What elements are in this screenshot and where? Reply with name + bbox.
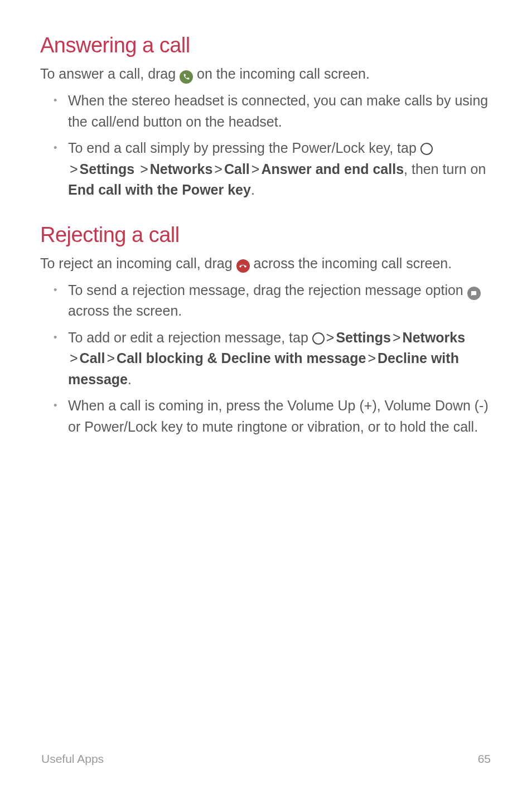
chevron-right-icon: > xyxy=(140,161,148,177)
text: across the screen. xyxy=(68,303,182,318)
heading-answering: Answering a call xyxy=(40,33,492,57)
nav-call: Call xyxy=(80,350,105,366)
bullet-reject-msg: To send a rejection message, drag the re… xyxy=(57,280,492,322)
heading-rejecting: Rejecting a call xyxy=(40,223,492,247)
chevron-right-icon: > xyxy=(326,330,335,345)
text: . xyxy=(251,182,255,197)
bullet-mute: When a call is coming in, press the Volu… xyxy=(57,395,492,437)
text: , then turn on xyxy=(404,161,486,177)
text: across the incoming call screen. xyxy=(250,255,452,271)
bullet-list-answering: When the stereo headset is connected, yo… xyxy=(40,90,492,201)
page-number: 65 xyxy=(478,752,491,766)
text: To send a rejection message, drag the re… xyxy=(68,282,467,298)
chevron-right-icon: > xyxy=(393,330,401,345)
bullet-list-rejecting: To send a rejection message, drag the re… xyxy=(40,280,492,438)
chevron-right-icon: > xyxy=(70,350,78,366)
intro-answering: To answer a call, drag on the incoming c… xyxy=(40,64,492,84)
nav-answer-end: Answer and end calls xyxy=(261,161,404,177)
nav-networks: Networks xyxy=(403,330,466,345)
phone-reject-icon xyxy=(236,259,250,273)
chevron-right-icon: > xyxy=(70,161,78,177)
section-answering: Answering a call To answer a call, drag … xyxy=(40,33,492,201)
home-icon xyxy=(312,332,325,345)
nav-settings: Settings xyxy=(336,330,391,345)
option-end-power: End call with the Power key xyxy=(68,182,251,197)
footer-section: Useful Apps xyxy=(41,752,104,766)
text: . xyxy=(128,371,132,387)
nav-call-blocking: Call blocking & Decline with message xyxy=(117,350,366,366)
chevron-right-icon: > xyxy=(214,161,223,177)
bullet-power-end: To end a call simply by pressing the Pow… xyxy=(57,138,492,201)
text: on the incoming call screen. xyxy=(193,66,370,81)
page-content: Answering a call To answer a call, drag … xyxy=(0,0,532,437)
bullet-headset: When the stereo headset is connected, yo… xyxy=(57,90,492,132)
nav-networks: Networks xyxy=(150,161,213,177)
nav-settings: Settings xyxy=(80,161,135,177)
chevron-right-icon: > xyxy=(367,350,376,366)
text: To answer a call, drag xyxy=(40,66,180,81)
bullet-edit-reject-msg: To add or edit a rejection message, tap … xyxy=(57,327,492,390)
text: To end a call simply by pressing the Pow… xyxy=(68,140,420,156)
intro-rejecting: To reject an incoming call, drag across … xyxy=(40,254,492,273)
text: To add or edit a rejection message, tap xyxy=(68,330,312,345)
chevron-right-icon: > xyxy=(252,161,260,177)
message-icon xyxy=(467,287,481,300)
nav-call: Call xyxy=(224,161,250,177)
text: To reject an incoming call, drag xyxy=(40,255,236,271)
page-footer: Useful Apps 65 xyxy=(41,752,491,766)
section-rejecting: Rejecting a call To reject an incoming c… xyxy=(40,223,492,438)
phone-answer-icon xyxy=(180,70,193,84)
chevron-right-icon: > xyxy=(107,350,115,366)
home-icon xyxy=(420,143,433,155)
